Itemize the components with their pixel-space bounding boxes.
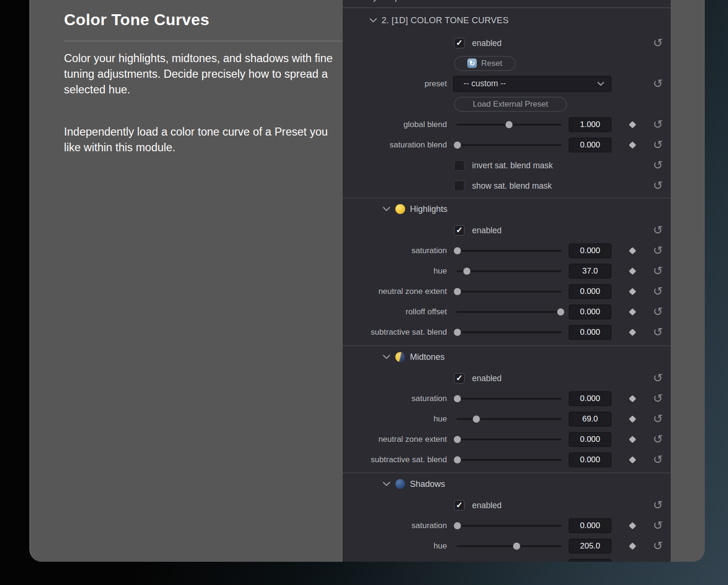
reset-icon[interactable]: ↺ — [652, 306, 664, 318]
shadows-hue-slider-thumb[interactable] — [513, 542, 520, 549]
reset-icon[interactable]: ↺ — [652, 265, 664, 277]
highlights-neutral-zone-extent-slider-thumb[interactable] — [454, 288, 461, 295]
preset-dropdown[interactable]: -- custom -- — [453, 76, 611, 92]
collapsed-module-exposure[interactable]: exposure — [343, 0, 671, 8]
highlights-subtractive-sat-blend-slider-thumb[interactable] — [454, 329, 461, 336]
highlights-sphere-icon — [395, 204, 405, 214]
global-blend-row: global blend1.000↺ — [343, 114, 671, 135]
reset-icon[interactable]: ↺ — [652, 285, 664, 298]
midtones-subtractive-sat-blend-slider[interactable] — [456, 459, 562, 461]
highlights-rolloff-offset-value[interactable]: 0.000 — [569, 304, 611, 319]
diamond-icon[interactable] — [629, 267, 637, 275]
shadows-hue-value[interactable]: 205.0 — [569, 539, 611, 553]
reset-icon[interactable]: ↺ — [652, 180, 664, 192]
shadows-hue-slider[interactable] — [456, 545, 562, 547]
highlights-neutral-zone-extent-value[interactable]: 0.000 — [569, 284, 611, 299]
highlights-neutral-zone-extent-slider[interactable] — [456, 291, 562, 292]
reset-button[interactable]: ↻Reset — [454, 56, 516, 71]
diamond-icon[interactable] — [629, 436, 637, 443]
highlights-hue-slider-thumb[interactable] — [464, 267, 471, 274]
highlights-subtractive-sat-blend-value[interactable]: 0.000 — [569, 325, 611, 339]
reset-icon[interactable]: ↺ — [652, 78, 664, 90]
invert-sat-blend-mask-checkbox[interactable] — [454, 160, 464, 171]
midtones-section-header[interactable]: Midtones — [343, 346, 671, 368]
diamond-icon[interactable] — [629, 542, 637, 550]
highlights-neutral-zone-extent-label: neutral zone extent — [343, 287, 447, 296]
reset-icon[interactable]: ↺ — [652, 159, 664, 172]
reset-icon[interactable]: ↺ — [652, 393, 664, 405]
reset-icon[interactable]: ↺ — [652, 520, 664, 532]
shadows-enabled-row: ✓enabled↺ — [343, 495, 671, 515]
midtones-enabled-checkbox[interactable]: ✓ — [454, 373, 464, 384]
midtones-section-title: Midtones — [410, 352, 445, 362]
midtones-hue-slider-thumb[interactable] — [473, 415, 480, 422]
saturation-blend-slider[interactable] — [456, 144, 562, 146]
highlights-rolloff-offset-slider[interactable] — [456, 311, 562, 313]
global-blend-slider[interactable] — [456, 124, 562, 126]
midtones-neutral-zone-extent-value[interactable]: 0.000 — [569, 432, 611, 447]
highlights-hue-value[interactable]: 37.0 — [569, 264, 611, 278]
reset-icon[interactable]: ↺ — [652, 37, 664, 49]
midtones-subtractive-sat-blend-row: subtractive sat. blend0.000↺ — [343, 449, 671, 470]
highlights-subtractive-sat-blend-slider[interactable] — [456, 331, 562, 333]
module-header[interactable]: 2. [1D] COLOR TONE CURVES — [343, 8, 671, 33]
diamond-icon[interactable] — [629, 247, 637, 255]
global-blend-slider-thumb[interactable] — [506, 121, 513, 128]
shadows-section-header[interactable]: Shadows — [343, 473, 671, 495]
saturation-blend-slider-thumb[interactable] — [454, 141, 461, 148]
shadows-saturation-slider-thumb[interactable] — [454, 522, 461, 529]
shadows-saturation-slider[interactable] — [456, 525, 562, 527]
global-blend-value[interactable]: 1.000 — [569, 117, 611, 132]
midtones-neutral-zone-extent-label: neutral zone extent — [343, 435, 447, 444]
highlights-section-title: Highlights — [410, 204, 447, 214]
show-sat-blend-mask-checkbox[interactable] — [454, 181, 464, 191]
sync-icon: ↻ — [467, 59, 477, 68]
highlights-saturation-value[interactable]: 0.000 — [569, 243, 611, 258]
midtones-saturation-slider-thumb[interactable] — [454, 395, 461, 402]
midtones-hue-slider[interactable] — [456, 418, 562, 420]
reset-icon[interactable]: ↺ — [652, 224, 664, 237]
highlights-enabled-checkbox[interactable]: ✓ — [454, 225, 464, 236]
highlights-saturation-slider[interactable] — [456, 250, 562, 252]
highlights-hue-slider[interactable] — [456, 270, 562, 272]
reset-icon[interactable]: ↺ — [652, 413, 664, 425]
reset-icon[interactable]: ↺ — [652, 454, 664, 466]
highlights-section-header[interactable]: Highlights — [343, 198, 671, 220]
shadows-enabled-checkbox[interactable]: ✓ — [454, 500, 464, 511]
midtones-hue-value[interactable]: 69.0 — [569, 411, 611, 426]
reset-icon[interactable]: ↺ — [652, 433, 664, 446]
shadows-saturation-value[interactable]: 0.000 — [569, 518, 611, 533]
diamond-icon[interactable] — [629, 308, 637, 316]
highlights-saturation-slider-thumb[interactable] — [454, 247, 461, 254]
reset-icon[interactable]: ↺ — [652, 372, 664, 384]
saturation-blend-value[interactable]: 0.000 — [569, 137, 611, 152]
shadows-saturation-label: saturation — [343, 521, 447, 530]
diamond-icon[interactable] — [629, 121, 637, 128]
reset-icon[interactable]: ↺ — [652, 499, 664, 512]
highlights-enabled-row: ✓enabled↺ — [343, 220, 671, 240]
reset-icon[interactable]: ↺ — [652, 245, 664, 257]
diamond-icon[interactable] — [629, 288, 637, 295]
reset-icon[interactable]: ↺ — [652, 326, 664, 338]
enabled-checkbox[interactable]: ✓ — [454, 38, 464, 48]
diamond-icon[interactable] — [629, 522, 637, 530]
diamond-icon[interactable] — [629, 329, 637, 336]
diamond-icon[interactable] — [629, 456, 637, 464]
diamond-icon[interactable] — [629, 395, 637, 402]
midtones-hue-row: hue69.0↺ — [343, 409, 671, 429]
highlights-rolloff-offset-slider-thumb[interactable] — [557, 308, 564, 315]
diamond-icon[interactable] — [629, 415, 637, 423]
reset-icon[interactable]: ↺ — [652, 139, 664, 151]
load-external-preset-button[interactable]: Load External Preset — [454, 97, 567, 111]
midtones-subtractive-sat-blend-slider-thumb[interactable] — [454, 456, 461, 463]
reset-icon[interactable]: ↺ — [652, 119, 664, 131]
reset-icon[interactable]: ↺ — [652, 540, 664, 552]
midtones-neutral-zone-extent-slider-thumb[interactable] — [454, 436, 461, 443]
enabled-row: ✓enabled↺ — [343, 33, 671, 53]
midtones-subtractive-sat-blend-value[interactable]: 0.000 — [569, 452, 611, 467]
midtones-neutral-zone-extent-slider[interactable] — [456, 439, 562, 440]
midtones-saturation-slider[interactable] — [456, 398, 562, 400]
midtones-saturation-value[interactable]: 0.000 — [569, 391, 611, 406]
diamond-icon[interactable] — [629, 141, 637, 149]
highlights-rolloff-offset-row: rolloff offset0.000↺ — [343, 302, 671, 322]
